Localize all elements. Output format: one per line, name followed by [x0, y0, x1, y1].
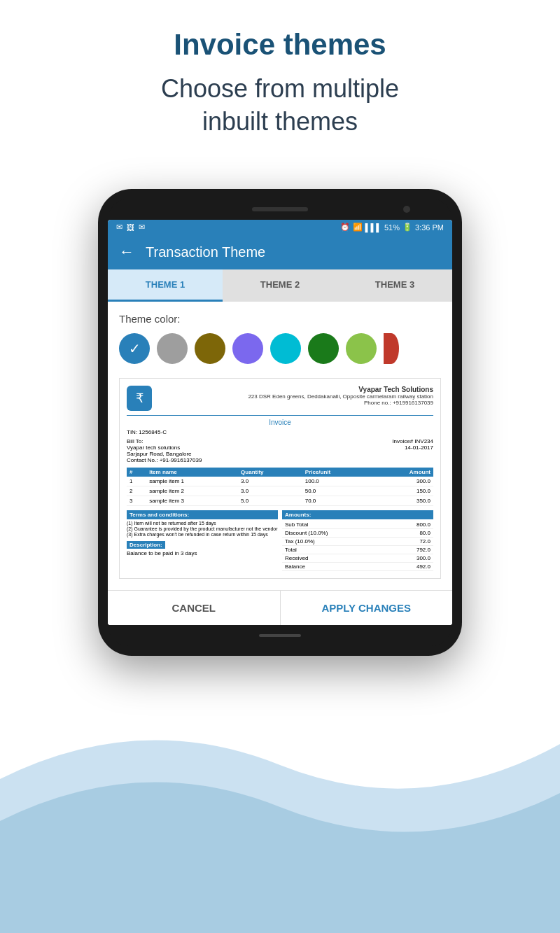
cell-name: sample item 2: [146, 486, 238, 496]
email-icon: ✉: [116, 223, 122, 232]
terms-header: Terms and conditions:: [127, 510, 278, 519]
invoice-preview: ₹ Vyapar Tech Solutions 223 DSR Eden gre…: [119, 378, 441, 579]
bill-to-address: Sarjapur Road, Bangalore: [127, 451, 202, 457]
tab-bar: THEME 1 THEME 2 THEME 3: [108, 269, 452, 302]
cell-num: 2: [127, 486, 146, 496]
alarm-icon: ⏰: [340, 223, 350, 232]
cell-price: 50.0: [302, 486, 373, 496]
invoice-divider: [127, 415, 433, 416]
apply-button[interactable]: APPLY CHANGES: [281, 591, 453, 625]
battery-icon: 🔋: [402, 223, 412, 232]
invoice-terms: Terms and conditions: (1) Item will not …: [127, 510, 278, 571]
battery-percent: 51%: [384, 223, 400, 232]
phone-camera: [403, 206, 410, 213]
top-section: Invoice themes Choose from multipleinbui…: [0, 0, 560, 153]
list-item: Total792.0: [282, 546, 433, 554]
invoice-title: Invoice: [127, 419, 433, 426]
color-swatch-green[interactable]: [308, 333, 339, 364]
invoice-number: Invoice# INV234: [392, 438, 433, 444]
bill-to-section: Bill To: Vyapar tech solutions Sarjapur …: [127, 438, 202, 463]
status-bar: ✉ 🖼 ✉ ⏰ 📶 ▌▌▌ 51% 🔋 3:36 PM: [108, 220, 452, 234]
content-area: Theme color: ✓ ₹: [108, 302, 452, 590]
table-row: 3 sample item 3 5.0 70.0 350.0: [127, 496, 433, 506]
cancel-button[interactable]: CANCEL: [108, 591, 281, 625]
invoice-date: 14-01-2017: [392, 444, 433, 451]
list-item: (3) Extra charges won't be refunded in c…: [127, 532, 278, 537]
status-icons-right: ⏰ 📶 ▌▌▌ 51% 🔋 3:36 PM: [340, 223, 444, 232]
col-qty: Quantity: [238, 468, 302, 477]
list-item: Tax (10.0%)72.0: [282, 538, 433, 546]
table-row: 2 sample item 2 3.0 50.0 150.0: [127, 486, 433, 496]
list-item: Sub Total800.0: [282, 521, 433, 529]
cell-price: 70.0: [302, 496, 373, 506]
signal-icon: ▌▌▌: [365, 223, 382, 232]
list-item: (1) Item will not be returned after 15 d…: [127, 521, 278, 526]
invoice-logo: ₹: [127, 386, 152, 411]
color-swatch-purple[interactable]: [232, 333, 263, 364]
invoice-amounts: Amounts: Sub Total800.0Discount (10.0%)8…: [282, 510, 433, 571]
invoice-desc-section: Description: Balance to be paid in 3 day…: [127, 541, 278, 556]
amounts-list: Sub Total800.0Discount (10.0%)80.0Tax (1…: [282, 521, 433, 571]
list-item: Balance492.0: [282, 563, 433, 571]
invoice-tin: TIN: 1256845-C: [127, 429, 433, 435]
invoice-company: Vyapar Tech Solutions 223 DSR Eden green…: [248, 386, 433, 406]
col-item: Item name: [146, 468, 238, 477]
header-title: Transaction Theme: [146, 244, 265, 260]
phone-notch: [108, 199, 452, 220]
list-item: (2) Guarantee is provided by the product…: [127, 526, 278, 531]
home-indicator: [259, 634, 301, 637]
invoice-bottom: Terms and conditions: (1) Item will not …: [127, 510, 433, 571]
company-address: 223 DSR Eden greens, Deddakanalli, Oppos…: [248, 393, 433, 400]
app-header: ← Transaction Theme: [108, 234, 452, 269]
bottom-buttons: CANCEL APPLY CHANGES: [108, 590, 452, 625]
invoice-header: ₹ Vyapar Tech Solutions 223 DSR Eden gre…: [127, 386, 433, 411]
color-swatch-cyan[interactable]: [270, 333, 301, 364]
cell-name: sample item 3: [146, 496, 238, 506]
cell-name: sample item 1: [146, 477, 238, 486]
color-swatch-lime[interactable]: [346, 333, 377, 364]
cell-amount: 300.0: [372, 477, 433, 486]
invoice-bill-row: Bill To: Vyapar tech solutions Sarjapur …: [127, 438, 433, 463]
clock: 3:36 PM: [415, 223, 444, 232]
check-icon: ✓: [129, 340, 141, 357]
terms-list: (1) Item will not be returned after 15 d…: [127, 521, 278, 537]
phone-speaker: [252, 207, 308, 211]
cell-qty: 3.0: [238, 477, 302, 486]
back-button[interactable]: ←: [119, 243, 134, 261]
page-title: Invoice themes: [42, 28, 518, 62]
phone-screen: ✉ 🖼 ✉ ⏰ 📶 ▌▌▌ 51% 🔋 3:36 PM ← Transactio…: [108, 220, 452, 625]
cell-qty: 5.0: [238, 496, 302, 506]
status-icons-left: ✉ 🖼 ✉: [116, 223, 145, 232]
phone-bottom: [108, 625, 452, 646]
page-subtitle: Choose from multipleinbuilt themes: [42, 73, 518, 139]
desc-text: Balance to be paid in 3 days: [127, 550, 278, 556]
phone-mockup: ✉ 🖼 ✉ ⏰ 📶 ▌▌▌ 51% 🔋 3:36 PM ← Transactio…: [98, 189, 462, 656]
cell-amount: 150.0: [372, 486, 433, 496]
tab-theme2[interactable]: THEME 2: [223, 269, 337, 302]
bill-to-name: Vyapar tech solutions: [127, 444, 202, 451]
list-item: Discount (10.0%)80.0: [282, 529, 433, 538]
cell-price: 100.0: [302, 477, 373, 486]
color-swatches: ✓: [119, 333, 441, 364]
company-phone: Phone no.: +919916137039: [248, 400, 433, 406]
invoice-table: # Item name Quantity Price/unit Amount 1…: [127, 468, 433, 506]
company-name: Vyapar Tech Solutions: [248, 386, 433, 393]
cell-qty: 3.0: [238, 486, 302, 496]
wifi-icon: 📶: [353, 223, 363, 232]
tab-theme3[interactable]: THEME 3: [337, 269, 452, 302]
image-icon: 🖼: [127, 223, 134, 232]
tab-theme1[interactable]: THEME 1: [108, 269, 223, 302]
table-row: 1 sample item 1 3.0 100.0 300.0: [127, 477, 433, 486]
desc-header: Description:: [127, 541, 165, 549]
color-swatch-blue[interactable]: ✓: [119, 333, 150, 364]
color-swatch-olive[interactable]: [195, 333, 225, 364]
cell-num: 3: [127, 496, 146, 506]
color-swatch-gray[interactable]: [157, 333, 188, 364]
mail-icon: ✉: [139, 223, 145, 232]
col-amount: Amount: [372, 468, 433, 477]
cell-amount: 350.0: [372, 496, 433, 506]
color-swatch-red[interactable]: [384, 333, 399, 364]
bill-to-contact: Contact No.: +91-9916137039: [127, 457, 202, 463]
phone-frame: ✉ 🖼 ✉ ⏰ 📶 ▌▌▌ 51% 🔋 3:36 PM ← Transactio…: [98, 189, 462, 656]
col-price: Price/unit: [302, 468, 373, 477]
